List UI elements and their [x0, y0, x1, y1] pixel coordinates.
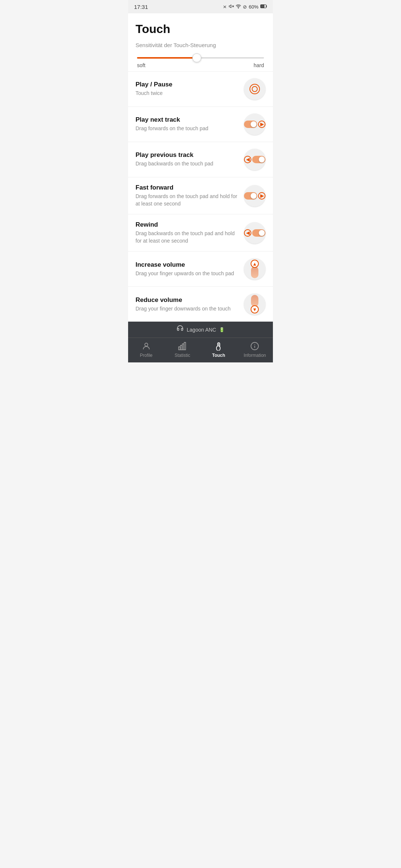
fast-forward-icon: ▶	[244, 192, 265, 200]
down-arrow-icon: ▼	[251, 305, 259, 313]
toggle-pill-prev	[252, 156, 265, 163]
arrow-right-icon: ▶	[258, 121, 265, 128]
mute-icon	[229, 4, 234, 10]
bluetooth-icon: ⨯	[223, 4, 227, 10]
settings-row-play-pause: Play / Pause Touch twice	[136, 72, 265, 106]
ff-arrow-icon: ▶	[258, 192, 265, 200]
toggle-dot-rw	[259, 230, 265, 236]
svg-rect-9	[184, 342, 186, 350]
desc-volume-down: Drag your finger downwards on the touch	[136, 305, 238, 313]
toggle-pill	[244, 121, 257, 128]
up-arrow-icon: ▲	[251, 260, 259, 268]
settings-row-next-track: Play next track Drag forwards on the tou…	[136, 107, 265, 142]
desc-rewind: Drag backwards on the touch pad and hold…	[136, 230, 238, 244]
profile-nav-icon	[141, 341, 151, 351]
settings-text-volume-down: Reduce volume Drag your finger downwards…	[136, 296, 244, 313]
prev-track-icon: ◀	[244, 156, 265, 163]
rewind-arrow-icon: ◀	[244, 229, 251, 237]
information-nav-icon	[250, 341, 260, 351]
status-icons: ⨯ ⊘ 60%	[223, 4, 267, 10]
settings-row-fast-forward: Fast forward Drag forwards on the touch …	[136, 177, 265, 214]
toggle-volume-down[interactable]: ▼	[244, 293, 265, 315]
device-name: Lagoon ANC	[187, 327, 216, 333]
outer-ring	[250, 84, 260, 94]
nav-label-statistic: Statistic	[175, 353, 190, 358]
toggle-pill-rw	[252, 229, 265, 237]
nav-item-profile[interactable]: Profile	[133, 341, 159, 358]
nav-label-profile: Profile	[140, 353, 153, 358]
settings-row-rewind: Rewind Drag backwards on the touch pad a…	[136, 214, 265, 251]
status-bar: 17:31 ⨯ ⊘ 60%	[128, 0, 273, 13]
svg-rect-4	[261, 5, 264, 8]
settings-text-volume-up: Increase volume Drag your finger upwards…	[136, 261, 244, 277]
settings-text-fast-forward: Fast forward Drag forwards on the touch …	[136, 184, 244, 207]
toggle-prev-track[interactable]: ◀	[244, 149, 265, 170]
slider-thumb[interactable]	[192, 53, 201, 62]
toggle-fast-forward[interactable]: ▶	[244, 185, 265, 207]
slider-labels: soft hard	[137, 62, 264, 68]
slider-fill	[137, 57, 197, 59]
desc-next-track: Drag forwards on the touch pad	[136, 125, 238, 132]
play-pause-icon	[250, 84, 260, 94]
desc-prev-track: Drag backwards on the touch pad	[136, 160, 238, 168]
device-bar: Lagoon ANC 🔋	[128, 322, 273, 338]
toggle-volume-up[interactable]: ▲	[244, 258, 265, 280]
svg-point-5	[145, 343, 148, 346]
status-time: 17:31	[134, 4, 148, 10]
section-subtitle: Sensitivität der Touch-Steuerung	[136, 42, 265, 48]
vol-bar-up	[251, 266, 258, 278]
settings-text-prev-track: Play previous track Drag backwards on th…	[136, 151, 244, 168]
slider-min-label: soft	[137, 62, 146, 68]
label-volume-down: Reduce volume	[136, 296, 238, 304]
toggle-pill-ff	[244, 192, 257, 200]
slider-max-label: hard	[254, 62, 264, 68]
battery-pct: 60%	[249, 4, 258, 10]
settings-row-volume-up: Increase volume Drag your finger upwards…	[136, 251, 265, 286]
svg-rect-6	[179, 347, 180, 350]
page-title: Touch	[136, 22, 265, 36]
touch-nav-icon	[213, 341, 224, 351]
desc-fast-forward: Drag forwards on the touch pad and hold …	[136, 193, 238, 207]
nav-item-information[interactable]: Information	[242, 341, 268, 358]
desc-volume-up: Drag your finger upwards on the touch pa…	[136, 270, 238, 277]
nav-item-touch[interactable]: Touch	[206, 341, 232, 358]
label-play-pause: Play / Pause	[136, 81, 238, 88]
toggle-rewind[interactable]: ◀	[244, 222, 265, 244]
settings-text-rewind: Rewind Drag backwards on the touch pad a…	[136, 221, 244, 244]
svg-point-2	[238, 8, 238, 8]
next-track-icon: ▶	[244, 121, 265, 128]
volume-down-icon: ▼	[251, 295, 259, 313]
statistic-nav-icon	[177, 341, 188, 351]
toggle-play-pause[interactable]	[244, 78, 265, 100]
slider-track	[137, 57, 264, 59]
toggle-dot-ff	[251, 193, 257, 199]
bottom-nav: Profile Statistic Touch	[128, 338, 273, 362]
toggle-dot-prev	[259, 157, 265, 162]
sensitivity-slider[interactable]: soft hard	[136, 57, 265, 68]
arrow-left-icon: ◀	[244, 156, 251, 163]
device-battery-icon: 🔋	[219, 327, 225, 332]
label-prev-track: Play previous track	[136, 151, 238, 159]
svg-rect-8	[182, 344, 184, 350]
inner-ring	[252, 86, 258, 92]
settings-row-prev-track: Play previous track Drag backwards on th…	[136, 142, 265, 177]
settings-text-next-track: Play next track Drag forwards on the tou…	[136, 116, 244, 132]
battery-icon	[260, 4, 267, 10]
label-fast-forward: Fast forward	[136, 184, 238, 191]
rewind-icon: ◀	[244, 229, 265, 237]
nav-label-touch: Touch	[212, 353, 225, 358]
desc-play-pause: Touch twice	[136, 90, 238, 97]
headphones-icon	[176, 325, 184, 334]
main-content: Touch Sensitivität der Touch-Steuerung s…	[128, 13, 273, 322]
clock-icon: ⊘	[243, 4, 247, 10]
volume-up-icon: ▲	[251, 260, 259, 278]
toggle-next-track[interactable]: ▶	[244, 114, 265, 135]
nav-item-statistic[interactable]: Statistic	[169, 341, 195, 358]
label-rewind: Rewind	[136, 221, 238, 228]
toggle-dot	[251, 121, 257, 127]
settings-text-play-pause: Play / Pause Touch twice	[136, 81, 244, 97]
svg-rect-7	[180, 345, 182, 350]
label-next-track: Play next track	[136, 116, 238, 124]
nav-label-information: Information	[244, 353, 266, 358]
label-volume-up: Increase volume	[136, 261, 238, 269]
